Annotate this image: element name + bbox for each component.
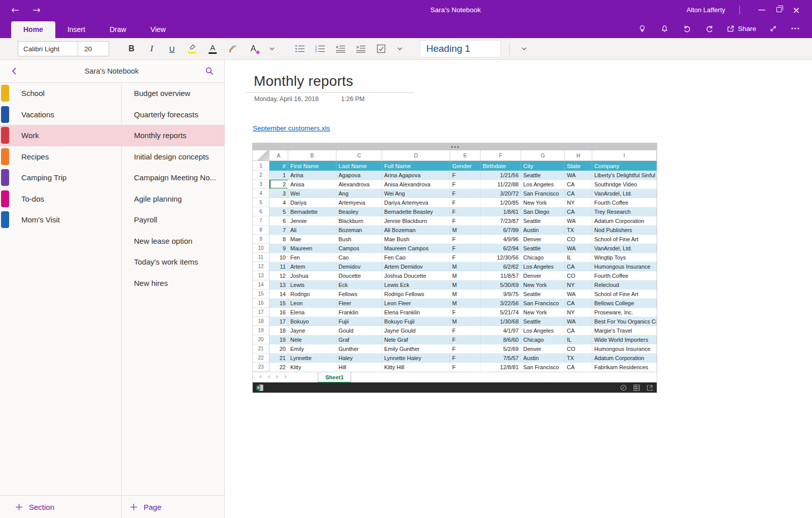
cell[interactable]: F [450, 216, 481, 225]
page-item-initial-design-concepts[interactable]: Initial design concepts [122, 146, 224, 168]
row-number[interactable]: 16 [253, 299, 269, 308]
cell[interactable]: 12/30/56 [481, 253, 521, 262]
cell[interactable]: Wingtip Toys [592, 253, 657, 262]
row-number[interactable]: 14 [253, 280, 269, 289]
cell[interactable]: Fabrikam Residences [592, 363, 657, 372]
cell[interactable]: M [450, 280, 481, 289]
bold-button[interactable]: B [121, 40, 142, 57]
column-letter-E[interactable]: E [450, 150, 481, 161]
cell[interactable]: Rodrigo [288, 289, 336, 299]
row-number[interactable]: 12 [253, 262, 269, 271]
row-number[interactable]: 3 [253, 180, 269, 189]
cell[interactable]: 16 [269, 308, 288, 317]
notifications-bell-icon[interactable] [656, 22, 673, 35]
cell[interactable]: Leon [288, 299, 336, 308]
cell[interactable]: Arina Agapova [382, 171, 450, 180]
ribbon-tab-home[interactable]: Home [11, 21, 55, 38]
cell[interactable]: Wei [288, 189, 336, 198]
cell[interactable]: Jennie Blackburn [382, 216, 450, 225]
embedded-spreadsheet[interactable]: ABCDEFGHI 1#First NameLast NameFull Name… [252, 143, 657, 393]
cell[interactable]: NY [565, 308, 592, 317]
cell[interactable]: 11 [269, 262, 288, 271]
cell[interactable]: 6/2/94 [481, 244, 521, 253]
cell[interactable]: New York [521, 280, 565, 289]
cell[interactable]: Elena Franklin [382, 308, 450, 317]
sheet-tab[interactable]: Sheet1 [318, 372, 351, 383]
cell[interactable]: TX [565, 225, 592, 235]
cell[interactable]: WA [565, 317, 592, 326]
cell[interactable]: 5/2/69 [481, 344, 521, 353]
cell[interactable]: CO [565, 271, 592, 280]
cell[interactable]: Doucette [336, 271, 382, 280]
cell[interactable]: 5 [269, 207, 288, 216]
cell[interactable]: Margie's Travel [592, 326, 657, 335]
cell[interactable]: Fen Cao [382, 253, 450, 262]
cell[interactable]: 22 [269, 363, 288, 372]
cell[interactable]: 12 [269, 271, 288, 280]
cell[interactable]: Jayne Gould [382, 326, 450, 335]
cell[interactable]: NY [565, 280, 592, 289]
attachment-link[interactable]: September customers.xls [253, 124, 330, 132]
cell[interactable]: 8 [269, 235, 288, 244]
cell[interactable]: 3 [269, 189, 288, 198]
cell[interactable]: Anisa [288, 180, 336, 189]
row-number[interactable]: 4 [253, 189, 269, 198]
cell[interactable]: Humongous Insurance [592, 262, 657, 271]
cell[interactable]: F [450, 244, 481, 253]
tell-me-lightbulb-icon[interactable] [634, 22, 651, 35]
grid-view-icon[interactable] [633, 384, 640, 391]
cell[interactable]: NY [565, 198, 592, 207]
cell[interactable]: 4/9/96 [481, 235, 521, 244]
cell[interactable]: Bellows College [592, 299, 657, 308]
row-number[interactable]: 22 [253, 353, 269, 363]
cell[interactable]: VanArsdel, Ltd. [592, 189, 657, 198]
cell[interactable]: Campos [336, 244, 382, 253]
tags-chevron-icon[interactable] [391, 40, 409, 57]
section-item-to-dos[interactable]: To-dos [0, 188, 121, 210]
cell[interactable]: 7 [269, 225, 288, 235]
cell[interactable]: Seattle [521, 289, 565, 299]
first-sheet-icon[interactable] [259, 375, 261, 379]
cell[interactable]: 1/8/61 [481, 207, 521, 216]
cell[interactable]: CA [565, 299, 592, 308]
ribbon-tab-view[interactable]: View [139, 21, 178, 38]
row-number[interactable]: 19 [253, 326, 269, 335]
cell[interactable]: Maureen Campos [382, 244, 450, 253]
cell[interactable]: 5/30/69 [481, 280, 521, 289]
header-cell[interactable]: First Name [288, 161, 336, 171]
cell[interactable]: Bush [336, 235, 382, 244]
page-item-monthly-reports[interactable]: Monthly reports [122, 125, 224, 146]
cell[interactable]: 15 [269, 299, 288, 308]
todo-tag-button[interactable] [371, 40, 391, 57]
cell[interactable]: Southridge Video [592, 180, 657, 189]
cell[interactable]: 7/5/57 [481, 353, 521, 363]
cell[interactable]: F [450, 180, 481, 189]
row-number[interactable]: 2 [253, 171, 269, 180]
cell[interactable]: Chicago [521, 335, 565, 344]
cell[interactable]: Relecloud [592, 280, 657, 289]
cell[interactable]: CA [565, 207, 592, 216]
cell[interactable]: CA [565, 326, 592, 335]
cell[interactable]: Seattle [521, 171, 565, 180]
section-item-recipes[interactable]: Recipes [0, 146, 121, 168]
cell[interactable]: IL [565, 335, 592, 344]
cell[interactable]: TX [565, 353, 592, 363]
cell[interactable]: WA [565, 244, 592, 253]
cell[interactable]: San Francisco [521, 189, 565, 198]
clear-formatting-button[interactable]: A [243, 40, 263, 57]
cell[interactable]: CA [565, 180, 592, 189]
column-letter-B[interactable]: B [288, 150, 336, 161]
cell[interactable]: Proseware, Inc. [592, 308, 657, 317]
header-cell[interactable]: Company [592, 161, 657, 171]
cell[interactable]: Elena [288, 308, 336, 317]
section-item-vacations[interactable]: Vacations [0, 104, 121, 125]
redo-icon[interactable] [701, 22, 718, 35]
cell[interactable]: Adatum Corporation [592, 216, 657, 225]
row-number[interactable]: 5 [253, 198, 269, 207]
header-cell[interactable]: Last Name [336, 161, 382, 171]
maximize-button[interactable] [770, 3, 788, 17]
decrease-indent-button[interactable] [330, 40, 351, 57]
cell[interactable]: Jennie [288, 216, 336, 225]
row-number[interactable]: 7 [253, 216, 269, 225]
styles-chevron-icon[interactable] [516, 40, 533, 57]
